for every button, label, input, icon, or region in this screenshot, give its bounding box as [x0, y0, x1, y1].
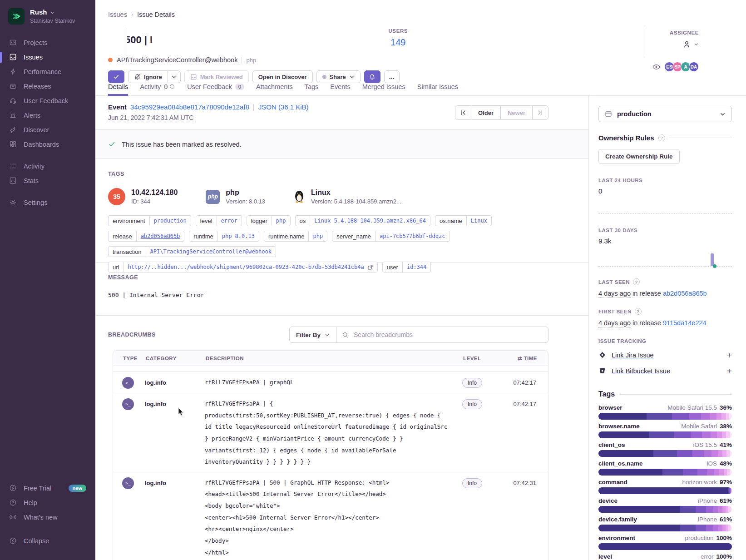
sidebar-item-performance[interactable]: Performance: [0, 64, 95, 79]
column-description: DESCRIPTION: [205, 356, 458, 361]
org-switcher[interactable]: Rush Stanislav Stankov: [0, 0, 95, 31]
sidebar-item-releases[interactable]: Releases: [0, 79, 95, 94]
newer-event-button[interactable]: Newer: [500, 106, 532, 119]
tab-similar-issues[interactable]: Similar Issues: [417, 83, 458, 96]
tag-distribution-client-os-name[interactable]: client_os.nameiOS48%: [598, 460, 732, 476]
sidebar-item-settings[interactable]: Settings: [0, 195, 95, 210]
tab-user-feedback[interactable]: User Feedback0: [187, 83, 244, 96]
sidebar-item-alerts[interactable]: Alerts: [0, 108, 95, 123]
tag-value[interactable]: php 8.0.13: [217, 231, 259, 241]
breadcrumb-row: >_log.inforfRlL7VGEfFPsaPA | { products(…: [113, 393, 548, 472]
event-json-link[interactable]: JSON (36.1 KiB): [258, 103, 309, 111]
breadcrumb-description: rfRlL7VGEfFPsaPA | graphQL: [205, 376, 458, 388]
tag-distribution-environment[interactable]: environmentproduction100%: [598, 535, 732, 550]
first-seen-release-link[interactable]: 9115da14e224: [663, 319, 706, 327]
tag-value[interactable]: php: [272, 216, 290, 226]
ignore-dropdown-button[interactable]: [168, 70, 181, 83]
tag-value[interactable]: error: [217, 216, 242, 226]
terminal-icon: >_: [122, 477, 134, 489]
sidebar-item-free-trial[interactable]: Free Trialnew: [0, 481, 95, 496]
link-jira-issue[interactable]: Link Jira Issue: [612, 352, 654, 359]
breadcrumb-issues[interactable]: Issues: [108, 11, 127, 18]
subscribe-bell-button[interactable]: [364, 70, 380, 83]
users-count[interactable]: 149: [152, 37, 645, 48]
event-id-link[interactable]: 34c95929ea084b8e817a78090de12af8: [130, 103, 249, 111]
sidebar-collapse[interactable]: Collapse: [0, 534, 95, 548]
count-badge: 0: [235, 84, 244, 90]
mark-reviewed-button[interactable]: Mark Reviewed: [184, 70, 249, 83]
search-breadcrumbs-input[interactable]: [353, 331, 543, 339]
add-jira-link-button[interactable]: +: [726, 350, 732, 360]
eye-icon[interactable]: [652, 63, 661, 71]
column-type: TYPE: [113, 356, 145, 361]
sidebar-item-dashboards[interactable]: Dashboards: [0, 137, 95, 152]
users-label: USERS: [152, 28, 645, 34]
tab-details[interactable]: Details: [108, 83, 128, 96]
tag-distribution-browser-name[interactable]: browser.nameMobile Safari38%: [598, 423, 732, 438]
sidebar-item-discover[interactable]: Discover: [0, 123, 95, 137]
share-button[interactable]: Share: [316, 70, 361, 83]
check-icon: [113, 74, 119, 80]
column-time-sort[interactable]: ⇄ TIME: [499, 355, 548, 362]
oldest-event-button[interactable]: [455, 106, 471, 119]
help-question-icon[interactable]: ?: [633, 278, 640, 285]
breadcrumbs-table: TYPE CATEGORY DESCRIPTION LEVEL ⇄ TIME >…: [113, 350, 548, 560]
tag-value[interactable]: API\TrackingServiceController@webhook: [146, 247, 276, 257]
newest-event-button[interactable]: [532, 106, 548, 119]
chevron-down-icon: [694, 42, 699, 47]
tag-distribution-command[interactable]: commandhorizon:work97%: [598, 479, 732, 494]
assignee-dropdown[interactable]: [670, 40, 699, 49]
issue-details-panel: Event 34c95929ea084b8e817a78090de12af8 |…: [95, 96, 589, 560]
sidebar-item-stats[interactable]: Stats: [0, 173, 95, 188]
avatar[interactable]: DA: [689, 62, 699, 72]
resolve-button[interactable]: [108, 70, 124, 83]
environment-select[interactable]: production: [598, 106, 732, 122]
more-actions-button[interactable]: …: [384, 70, 400, 83]
tag-key: environment: [109, 216, 149, 226]
tag-key: os.name: [435, 216, 466, 226]
help-question-icon[interactable]: ?: [635, 308, 642, 315]
resolved-text: This issue has been marked as resolved.: [122, 141, 242, 148]
filter-by-button[interactable]: Filter By: [290, 327, 336, 342]
page-header: Issues › Issue Details 500 | Internal Se…: [95, 0, 746, 96]
tab-events[interactable]: Events: [330, 83, 350, 96]
alerts-icon: [9, 111, 17, 119]
sidebar-item-issues[interactable]: Issues: [0, 50, 95, 64]
tag-value[interactable]: php: [308, 231, 327, 241]
tag-distribution-device[interactable]: deviceiPhone61%: [598, 497, 732, 513]
open-in-discover-button[interactable]: Open in Discover: [252, 70, 313, 83]
tab-merged-issues[interactable]: Merged Issues: [362, 83, 405, 96]
tag-value[interactable]: production: [149, 216, 191, 226]
help-question-icon[interactable]: ?: [658, 134, 665, 141]
os-name[interactable]: Linux: [311, 188, 403, 197]
tag-value[interactable]: api-7cb577b6bf-ddqzc: [375, 231, 450, 241]
sidebar-item-user-feedback[interactable]: User Feedback: [0, 94, 95, 108]
sidebar-item-projects[interactable]: Projects: [0, 35, 95, 50]
user-id: ID: 344: [131, 198, 178, 205]
ignore-button[interactable]: Ignore: [128, 70, 168, 83]
sidebar-item-help[interactable]: Help: [0, 496, 95, 510]
message-section: MESSAGE 500 | Internal Server Error: [95, 263, 588, 316]
create-ownership-rule-button[interactable]: Create Ownership Rule: [598, 149, 680, 164]
sidebar-item-what-s-new[interactable]: What's new: [0, 510, 95, 525]
tag-value[interactable]: Linux: [466, 216, 491, 226]
tab-attachments[interactable]: Attachments: [256, 83, 293, 96]
tag-distribution-level[interactable]: levelerror100%: [598, 553, 732, 560]
tag-key: runtime: [189, 231, 217, 241]
last-30-days-chart: [598, 245, 732, 267]
link-bitbucket-issue[interactable]: Link Bitbucket Issue: [612, 367, 670, 375]
sidebar-item-activity[interactable]: Activity: [0, 159, 95, 173]
ip-address[interactable]: 10.42.124.180: [131, 188, 178, 197]
tag-distribution-browser[interactable]: browserMobile Safari 15.536%: [598, 404, 732, 420]
older-event-button[interactable]: Older: [471, 106, 500, 119]
tag-value[interactable]: Linux 5.4.188-104.359.amzn2.x86_64: [310, 216, 430, 226]
tab-activity[interactable]: Activity0: [140, 83, 175, 96]
tag-value[interactable]: ab2d056a865b: [136, 231, 184, 241]
tab-tags[interactable]: Tags: [305, 83, 319, 96]
last-seen-release-link[interactable]: ab2d056a865b: [663, 290, 707, 297]
runtime-name[interactable]: php: [226, 188, 265, 197]
tag-distribution-client-os[interactable]: client_osiOS 15.541%: [598, 441, 732, 457]
share-status-dot: [322, 75, 326, 79]
add-bitbucket-link-button[interactable]: +: [726, 366, 732, 376]
tag-distribution-device-family[interactable]: device.familyiPhone61%: [598, 516, 732, 531]
